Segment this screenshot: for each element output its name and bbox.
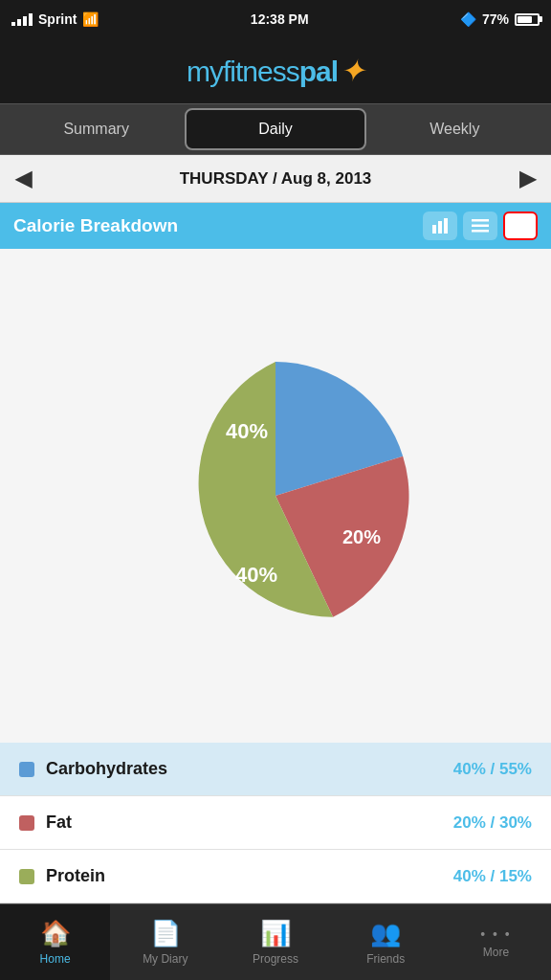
status-left: Sprint 📶	[11, 11, 99, 27]
battery-label: 77%	[482, 11, 509, 27]
svg-rect-5	[472, 230, 489, 233]
wifi-icon: 📶	[82, 11, 99, 27]
list-view-button[interactable]	[463, 212, 497, 240]
tab-daily[interactable]: Daily	[185, 108, 365, 150]
bottom-tab-diary[interactable]: 📄 My Diary	[110, 904, 220, 980]
calorie-section-title: Calorie Breakdown	[13, 215, 178, 236]
bar-chart-button[interactable]	[423, 212, 457, 240]
more-icon: • • •	[480, 926, 511, 942]
tab-weekly[interactable]: Weekly	[366, 108, 543, 150]
protein-value: 40% / 15%	[453, 867, 532, 886]
tab-summary-label: Summary	[63, 121, 128, 138]
battery-icon	[515, 13, 540, 26]
bottom-tab-progress[interactable]: 📊 Progress	[220, 904, 330, 980]
legend-left-fat: Fat	[19, 813, 72, 833]
progress-icon: 📊	[260, 919, 291, 948]
legend-row-fat: Fat 20% / 30%	[0, 796, 551, 850]
battery-fill	[518, 16, 532, 23]
next-date-button[interactable]: ▶	[519, 167, 536, 191]
carbs-label: 40%	[226, 419, 268, 443]
brand-header: myfitnesspal✦	[0, 38, 551, 103]
protein-label: 40%	[235, 563, 277, 587]
bottom-tab-friends[interactable]: 👥 Friends	[331, 904, 441, 980]
status-time: 12:38 PM	[251, 11, 309, 27]
prev-date-button[interactable]: ◀	[15, 167, 32, 191]
legend-left-carbs: Carbohydrates	[19, 759, 167, 779]
diary-icon: 📄	[150, 919, 181, 948]
calorie-section-header: Calorie Breakdown	[0, 203, 551, 249]
tab-weekly-label: Weekly	[430, 121, 479, 138]
legend-left-protein: Protein	[19, 866, 105, 886]
brand-logo: myfitnesspal✦	[187, 53, 364, 89]
bluetooth-icon: 🔷	[460, 11, 476, 27]
tab-navigation: Summary Daily Weekly	[0, 103, 551, 155]
tab-summary[interactable]: Summary	[8, 108, 185, 150]
home-label: Home	[40, 952, 71, 966]
svg-rect-1	[438, 221, 442, 234]
carbs-color-dot	[19, 762, 34, 777]
bottom-tab-bar: 🏠 Home 📄 My Diary 📊 Progress 👥 Friends •…	[0, 903, 551, 980]
legend-row-carbs: Carbohydrates 40% / 55%	[0, 743, 551, 796]
carbs-value: 40% / 55%	[453, 760, 532, 779]
signal-bar-4	[29, 13, 33, 26]
brand-runner-icon: ✦	[340, 53, 364, 89]
svg-rect-2	[444, 218, 448, 234]
svg-rect-3	[472, 219, 489, 222]
fat-label: 20%	[342, 526, 381, 547]
friends-label: Friends	[366, 952, 405, 966]
friends-icon: 👥	[370, 919, 401, 948]
svg-rect-0	[432, 225, 436, 234]
fat-label-text: Fat	[46, 813, 72, 833]
tab-daily-label: Daily	[258, 121, 293, 138]
carrier-label: Sprint	[38, 11, 77, 27]
signal-bar-2	[17, 19, 21, 26]
status-right: 🔷 77%	[460, 11, 540, 27]
legend-row-protein: Protein 40% / 15%	[0, 850, 551, 903]
chart-controls	[423, 212, 538, 240]
fat-color-dot	[19, 815, 34, 831]
diary-label: My Diary	[143, 952, 187, 966]
pie-chart-svg: 40% 20% 40%	[122, 343, 429, 649]
status-bar: Sprint 📶 12:38 PM 🔷 77%	[0, 0, 551, 38]
carbs-label-text: Carbohydrates	[46, 759, 167, 779]
bottom-tab-home[interactable]: 🏠 Home	[0, 904, 110, 980]
date-navigation: ◀ THURSDAY / Aug 8, 2013 ▶	[0, 155, 551, 203]
progress-label: Progress	[253, 952, 298, 966]
protein-label-text: Protein	[46, 866, 105, 886]
more-label: More	[483, 946, 509, 959]
signal-bars	[11, 13, 33, 26]
home-icon: 🏠	[40, 919, 71, 948]
fat-value: 20% / 30%	[453, 813, 532, 833]
legend-section: Carbohydrates 40% / 55% Fat 20% / 30% Pr…	[0, 743, 551, 903]
signal-bar-1	[11, 22, 15, 26]
svg-rect-4	[472, 225, 489, 228]
current-date: THURSDAY / Aug 8, 2013	[180, 169, 372, 189]
chart-area: 40% 20% 40%	[0, 249, 551, 743]
protein-color-dot	[19, 869, 34, 884]
brand-name-part2: pal	[299, 56, 338, 87]
pie-chart-button[interactable]	[503, 212, 538, 240]
bottom-tab-more[interactable]: • • • More	[441, 904, 551, 980]
signal-bar-3	[23, 16, 27, 26]
brand-name-part1: myfitness	[187, 56, 299, 87]
